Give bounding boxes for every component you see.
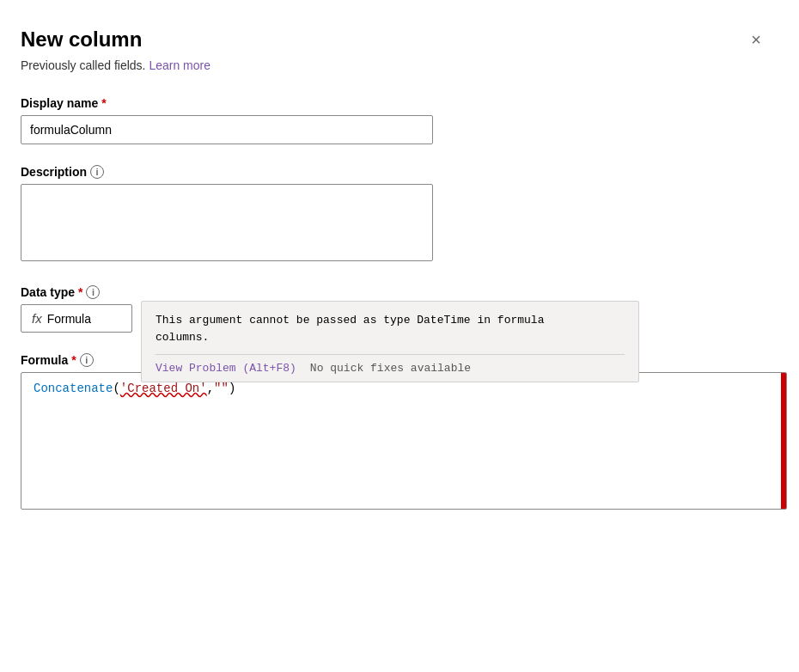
formula-arg1: 'Created On' bbox=[120, 382, 207, 395]
formula-badge[interactable]: fx Formula bbox=[21, 304, 132, 333]
formula-type-label: Formula bbox=[47, 312, 91, 326]
tooltip-actions: View Problem (Alt+F8) No quick fixes ava… bbox=[156, 354, 625, 382]
description-group: Description i bbox=[21, 165, 765, 265]
display-name-label: Display name * bbox=[21, 96, 765, 110]
formula-required: * bbox=[71, 353, 76, 367]
panel-header: New column × bbox=[21, 27, 765, 52]
new-column-panel: New column × Previously called fields. L… bbox=[0, 0, 799, 672]
no-fixes-label: No quick fixes available bbox=[310, 362, 471, 375]
error-bar bbox=[781, 373, 786, 509]
formula-comma: , bbox=[207, 382, 214, 395]
formula-info-icon[interactable]: i bbox=[80, 353, 94, 367]
panel-title: New column bbox=[21, 27, 142, 52]
data-type-required: * bbox=[78, 285, 82, 299]
description-info-icon[interactable]: i bbox=[90, 165, 104, 179]
formula-func: Concatenate bbox=[34, 382, 113, 395]
description-label: Description i bbox=[21, 165, 765, 179]
close-button[interactable]: × bbox=[747, 27, 765, 52]
formula-open-paren: ( bbox=[113, 382, 119, 395]
fx-icon: fx bbox=[32, 311, 42, 326]
formula-code-line: Concatenate ( 'Created On' , "" ) bbox=[34, 382, 774, 395]
data-type-info-icon[interactable]: i bbox=[86, 285, 100, 299]
formula-close-paren: ) bbox=[229, 382, 235, 395]
tooltip-box: This argument cannot be passed as type D… bbox=[141, 301, 639, 382]
formula-editor[interactable]: Concatenate ( 'Created On' , "" ) bbox=[21, 372, 787, 510]
formula-arg2: "" bbox=[214, 382, 229, 395]
panel-subtitle: Previously called fields. Learn more bbox=[21, 58, 765, 72]
data-type-group: Data type * i fx Formula This argument c… bbox=[21, 285, 765, 333]
display-name-group: Display name * bbox=[21, 96, 765, 144]
data-type-label: Data type * i bbox=[21, 285, 765, 299]
tooltip-text: This argument cannot be passed as type D… bbox=[156, 312, 625, 345]
learn-more-link[interactable]: Learn more bbox=[149, 58, 210, 72]
display-name-input[interactable] bbox=[21, 115, 433, 144]
view-problem-button[interactable]: View Problem (Alt+F8) bbox=[156, 362, 296, 375]
display-name-required: * bbox=[101, 96, 106, 110]
data-type-row: fx Formula This argument cannot be passe… bbox=[21, 304, 765, 333]
description-input[interactable] bbox=[21, 184, 433, 261]
